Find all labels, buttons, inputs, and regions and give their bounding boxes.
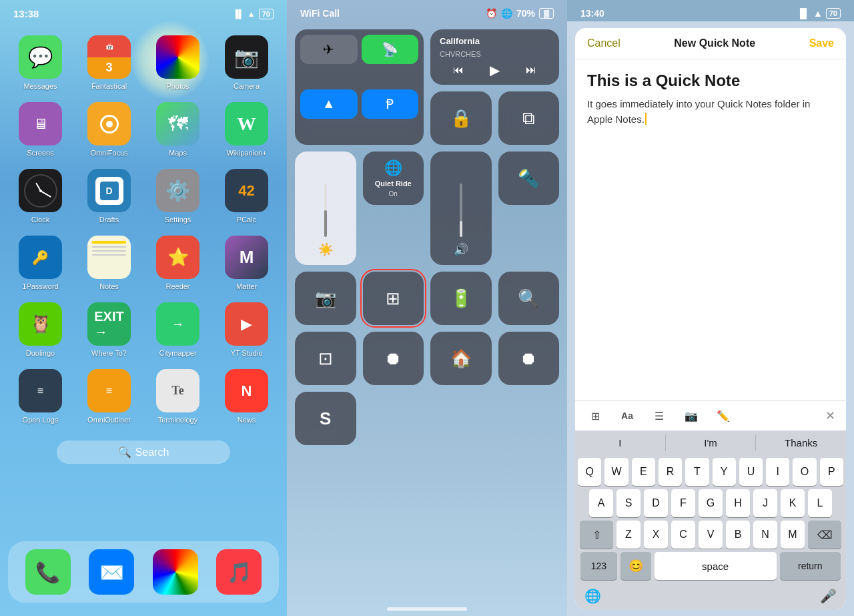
home-tile-icon: 🏠 — [450, 348, 472, 369]
save-button[interactable]: Save — [809, 37, 834, 49]
key-t[interactable]: T — [685, 458, 709, 486]
key-q[interactable]: Q — [578, 458, 601, 486]
zoom-tile[interactable]: 🔍 — [498, 272, 560, 325]
dock-phone[interactable]: 📞 — [25, 549, 71, 595]
prev-icon[interactable]: ⏮ — [453, 64, 464, 76]
key-h[interactable]: H — [726, 489, 750, 517]
cellular-tile[interactable]: 📡 — [362, 35, 419, 64]
key-g[interactable]: G — [699, 489, 723, 517]
volume-icon: 🔊 — [454, 242, 468, 257]
key-o[interactable]: O — [793, 458, 816, 486]
key-e[interactable]: E — [632, 458, 655, 486]
table-icon[interactable]: ⊞ — [586, 406, 604, 425]
record-tile[interactable]: ⏺ — [363, 332, 424, 385]
quiet-ride-tile[interactable]: 🌐 Quiet Ride On — [363, 151, 424, 205]
numbers-key[interactable]: 123 — [580, 552, 617, 580]
camera-tile[interactable]: 📷 — [295, 272, 356, 325]
screen-lock-tile[interactable]: 🔒 — [430, 91, 492, 145]
space-key[interactable]: space — [655, 552, 777, 580]
app-photos[interactable]: Photos — [149, 35, 206, 90]
key-x[interactable]: X — [644, 521, 668, 549]
app-drafts[interactable]: D Drafts — [81, 169, 137, 224]
airplane-tile[interactable]: ✈ — [300, 35, 358, 64]
dock-mail[interactable]: ✉️ — [89, 549, 134, 595]
music-player-tile[interactable]: California CHVRCHES ⏮ ▶ ⏭ — [430, 29, 559, 85]
dock-music[interactable]: 🎵 — [216, 549, 262, 595]
key-a[interactable]: A — [589, 489, 613, 517]
app-duolingo[interactable]: 🦉 Duolingo — [12, 302, 69, 357]
key-i[interactable]: I — [766, 458, 789, 486]
markup-icon[interactable]: ✏️ — [714, 406, 733, 425]
app-openlogs[interactable]: ≡ Open Logs — [12, 369, 69, 424]
text-format-icon[interactable]: Aa — [618, 406, 636, 425]
app-matter[interactable]: M Matter — [218, 236, 275, 290]
qr-tile[interactable]: ⊡ — [295, 332, 356, 385]
key-b[interactable]: B — [726, 521, 750, 549]
app-maps[interactable]: 🗺 Maps — [149, 102, 206, 157]
next-icon[interactable]: ⏭ — [526, 64, 536, 76]
scan-tile-selected[interactable]: ⊞ — [363, 272, 424, 325]
key-r[interactable]: R — [659, 458, 682, 486]
key-v[interactable]: V — [699, 521, 723, 549]
quicktype-im[interactable]: I'm — [666, 434, 757, 451]
key-p[interactable]: P — [820, 458, 843, 486]
key-d[interactable]: D — [644, 489, 668, 517]
key-w[interactable]: W — [604, 458, 628, 486]
key-y[interactable]: Y — [713, 458, 736, 486]
app-terminology[interactable]: Te Terminology — [149, 369, 206, 424]
home-tile[interactable]: 🏠 — [430, 332, 492, 385]
key-u[interactable]: U — [739, 458, 763, 486]
record2-tile[interactable]: ⏺ — [498, 332, 560, 385]
app-omnioutliner[interactable]: ≡ OmniOutliner — [81, 369, 137, 424]
app-citymapper[interactable]: → Citymapper — [149, 302, 206, 357]
flashlight-tile[interactable]: 🔦 — [498, 151, 560, 205]
key-c[interactable]: C — [671, 521, 695, 549]
cancel-button[interactable]: Cancel — [587, 37, 620, 49]
key-z[interactable]: Z — [616, 521, 640, 549]
bluetooth-tile[interactable]: Ᵽ — [362, 89, 419, 119]
app-notes[interactable]: Notes — [81, 236, 137, 290]
search-bar[interactable]: 🔍 Search — [57, 440, 230, 464]
return-key[interactable]: return — [780, 552, 841, 580]
globe-icon[interactable]: 🌐 — [584, 588, 601, 604]
key-l[interactable]: L — [808, 489, 832, 517]
volume-slider[interactable]: 🔊 — [430, 151, 492, 265]
app-reeder[interactable]: ⭐ Reeder — [149, 236, 206, 290]
shazam-tile[interactable]: S — [295, 392, 356, 445]
mirror-tile[interactable]: ⧉ — [498, 91, 560, 145]
shift-key[interactable]: ⇧ — [580, 521, 613, 549]
key-m[interactable]: M — [781, 521, 805, 549]
quicktype-thanks[interactable]: Thanks — [756, 434, 846, 451]
app-settings[interactable]: ⚙️ Settings — [149, 169, 206, 224]
app-screens[interactable]: 🖥 Screens — [12, 102, 69, 157]
dock-safari[interactable] — [153, 549, 198, 595]
key-n[interactable]: N — [753, 521, 777, 549]
wifi-tile[interactable]: ▲ — [300, 89, 358, 119]
app-pcalc[interactable]: 42 PCalc — [218, 169, 275, 224]
key-j[interactable]: J — [753, 489, 777, 517]
app-whereto[interactable]: EXIT→ Where To? — [81, 302, 137, 357]
key-k[interactable]: K — [781, 489, 805, 517]
app-clock[interactable]: Clock — [12, 169, 69, 224]
app-omnifocus[interactable]: OmniFocus — [81, 102, 137, 157]
app-news[interactable]: N News — [218, 369, 275, 424]
note-content-area[interactable]: This is a Quick Note It goes immediately… — [575, 59, 846, 400]
key-f[interactable]: F — [671, 489, 695, 517]
brightness-slider[interactable]: ☀️ — [295, 151, 356, 265]
key-s[interactable]: S — [616, 489, 640, 517]
app-1password[interactable]: 🔑 1Password — [12, 236, 69, 290]
mic-icon[interactable]: 🎤 — [820, 588, 837, 604]
camera-format-icon[interactable]: 📷 — [682, 406, 701, 425]
app-wikipanion[interactable]: W Wikipanion+ — [218, 102, 275, 157]
app-ytstudio[interactable]: ▶ YT Studio — [218, 302, 275, 357]
app-messages[interactable]: 💬 Messages — [12, 35, 69, 90]
list-icon[interactable]: ☰ — [650, 406, 669, 425]
quicktype-i[interactable]: I — [575, 434, 666, 451]
emoji-key[interactable]: 😊 — [620, 552, 651, 580]
delete-key[interactable]: ⌫ — [808, 521, 841, 549]
app-camera[interactable]: 📷 Camera — [218, 35, 275, 90]
play-icon[interactable]: ▶ — [490, 62, 500, 78]
battery-tile[interactable]: 🔋 — [430, 272, 492, 325]
toolbar-close-button[interactable]: ✕ — [825, 408, 835, 423]
app-fantastical[interactable]: 📅 3 Fantastical — [81, 35, 137, 90]
